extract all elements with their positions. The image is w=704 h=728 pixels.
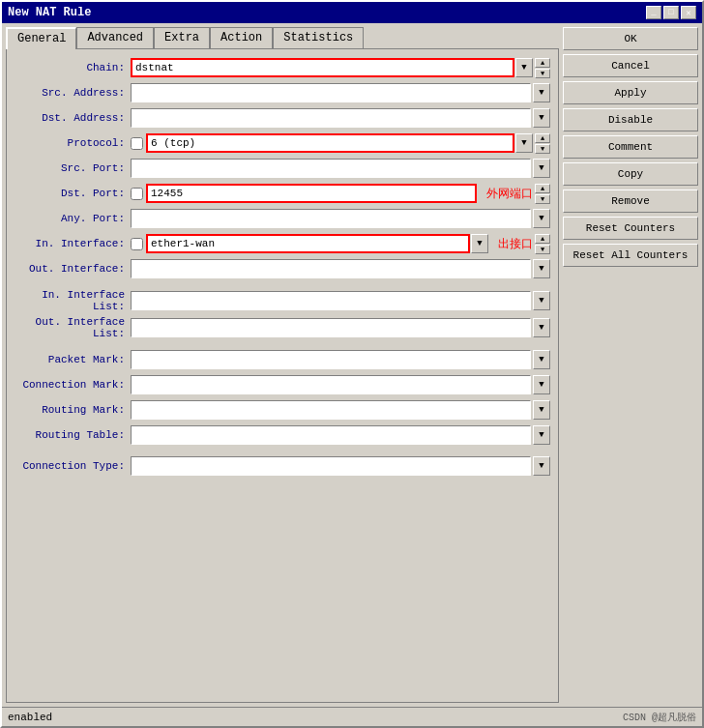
protocol-checkbox[interactable]	[131, 137, 143, 150]
src-port-label: Src. Port:	[15, 162, 131, 174]
in-interface-list-label: In. Interface List:	[15, 289, 131, 312]
protocol-dropdown[interactable]: ▼	[515, 133, 533, 153]
routing-mark-input[interactable]	[131, 400, 531, 420]
minimize-button[interactable]: _	[646, 6, 661, 19]
protocol-scroll-up[interactable]: ▲	[535, 133, 550, 143]
connection-type-field: ▼	[131, 456, 550, 476]
routing-table-dropdown[interactable]: ▼	[533, 425, 550, 445]
out-interface-list-row: Out. Interface List: ▼	[15, 316, 550, 339]
protocol-row: Protocol: ▼ ▲ ▼	[15, 132, 550, 154]
close-button[interactable]: ✕	[681, 6, 696, 19]
chain-input[interactable]	[131, 58, 514, 77]
connection-mark-label: Connection Mark:	[15, 379, 131, 391]
out-interface-list-field: ▼	[131, 318, 550, 337]
in-interface-checkbox[interactable]	[131, 238, 143, 250]
in-interface-scroll-down[interactable]: ▼	[535, 245, 550, 254]
in-interface-list-dropdown[interactable]: ▼	[533, 291, 550, 310]
main-area: General Advanced Extra Action Statistics…	[6, 27, 559, 703]
in-interface-dropdown[interactable]: ▼	[471, 234, 488, 253]
protocol-scroll-down[interactable]: ▼	[535, 144, 550, 154]
minimize-icon: _	[651, 8, 656, 17]
copy-button[interactable]: Copy	[563, 162, 698, 186]
chain-dropdown[interactable]: ▼	[515, 58, 533, 77]
protocol-scroll: ▲ ▼	[535, 133, 550, 154]
in-interface-scroll: ▲ ▼	[535, 234, 550, 254]
in-interface-list-input[interactable]	[131, 291, 531, 310]
routing-table-row: Routing Table: ▼	[15, 424, 550, 446]
chain-scroll-down[interactable]: ▼	[535, 69, 550, 78]
src-address-label: Src. Address:	[15, 87, 131, 99]
routing-table-label: Routing Table:	[15, 429, 131, 441]
out-interface-list-input[interactable]	[131, 318, 531, 337]
any-port-input[interactable]	[131, 209, 531, 228]
chain-field: ▼ ▲ ▼	[131, 58, 550, 78]
apply-button[interactable]: Apply	[563, 81, 698, 104]
tab-advanced[interactable]: Advanced	[76, 27, 154, 48]
dst-port-scroll: ▲ ▼	[535, 184, 550, 204]
dst-port-input-wrap	[131, 184, 477, 203]
dst-address-input[interactable]	[131, 108, 531, 128]
routing-table-input[interactable]	[131, 425, 531, 445]
disable-button[interactable]: Disable	[563, 108, 698, 131]
title-bar: New NAT Rule _ □ ✕	[2, 2, 702, 23]
tab-content: Chain: ▼ ▲ ▼ Src. Address:	[6, 48, 559, 703]
src-address-dropdown[interactable]: ▼	[533, 83, 550, 102]
title-bar-buttons: _ □ ✕	[646, 6, 696, 19]
dst-port-scroll-up[interactable]: ▲	[535, 184, 550, 193]
tab-action[interactable]: Action	[210, 27, 273, 48]
routing-mark-row: Routing Mark: ▼	[15, 399, 550, 421]
packet-mark-row: Packet Mark: ▼	[15, 349, 550, 370]
in-interface-scroll-up[interactable]: ▲	[535, 234, 550, 244]
src-address-input[interactable]	[131, 83, 531, 102]
maximize-button[interactable]: □	[663, 6, 679, 19]
dst-port-scroll-down[interactable]: ▼	[535, 194, 550, 204]
src-port-input[interactable]	[131, 159, 531, 178]
packet-mark-field: ▼	[131, 350, 550, 369]
routing-mark-dropdown[interactable]: ▼	[533, 400, 550, 420]
protocol-label: Protocol:	[15, 137, 131, 149]
connection-type-input[interactable]	[131, 456, 531, 476]
close-icon: ✕	[686, 8, 690, 18]
in-interface-input[interactable]	[146, 234, 470, 253]
packet-mark-label: Packet Mark:	[15, 354, 131, 365]
connection-type-dropdown[interactable]: ▼	[533, 456, 550, 476]
chain-scroll-up[interactable]: ▲	[535, 58, 550, 68]
routing-mark-label: Routing Mark:	[15, 404, 131, 416]
any-port-field: ▼	[131, 209, 550, 228]
dst-address-field: ▼	[131, 108, 550, 128]
ok-button[interactable]: OK	[563, 27, 698, 50]
out-interface-dropdown[interactable]: ▼	[533, 259, 550, 278]
src-port-field: ▼	[131, 159, 550, 178]
src-port-dropdown[interactable]: ▼	[533, 159, 550, 178]
tab-extra[interactable]: Extra	[154, 27, 210, 48]
protocol-input[interactable]	[146, 133, 514, 153]
cancel-button[interactable]: Cancel	[563, 54, 698, 77]
connection-type-label: Connection Type:	[15, 460, 131, 472]
window-title: New NAT Rule	[8, 6, 91, 19]
packet-mark-dropdown[interactable]: ▼	[533, 350, 550, 369]
out-interface-row: Out. Interface: ▼	[15, 258, 550, 279]
chain-label: Chain:	[15, 62, 131, 73]
remove-button[interactable]: Remove	[563, 189, 698, 213]
reset-all-counters-button[interactable]: Reset All Counters	[563, 244, 698, 267]
tab-general[interactable]: General	[6, 27, 76, 49]
dst-port-input[interactable]	[146, 184, 477, 203]
dst-port-checkbox[interactable]	[131, 188, 143, 200]
connection-mark-input[interactable]	[131, 375, 531, 394]
routing-mark-field: ▼	[131, 400, 550, 420]
chain-row: Chain: ▼ ▲ ▼	[15, 57, 550, 78]
comment-button[interactable]: Comment	[563, 135, 698, 159]
out-interface-input[interactable]	[131, 259, 531, 278]
packet-mark-input[interactable]	[131, 350, 531, 369]
dst-address-dropdown[interactable]: ▼	[533, 108, 550, 128]
status-text: enabled	[8, 712, 52, 723]
in-interface-list-row: In. Interface List: ▼	[15, 289, 550, 312]
connection-mark-dropdown[interactable]: ▼	[533, 375, 550, 394]
out-interface-list-label: Out. Interface List:	[15, 316, 131, 339]
out-interface-list-dropdown[interactable]: ▼	[533, 318, 550, 337]
dst-port-row: Dst. Port: 外网端口 ▲ ▼	[15, 183, 550, 204]
reset-counters-button[interactable]: Reset Counters	[563, 217, 698, 240]
tab-statistics[interactable]: Statistics	[273, 27, 364, 48]
src-address-row: Src. Address: ▼	[15, 82, 550, 103]
any-port-dropdown[interactable]: ▼	[533, 209, 550, 228]
